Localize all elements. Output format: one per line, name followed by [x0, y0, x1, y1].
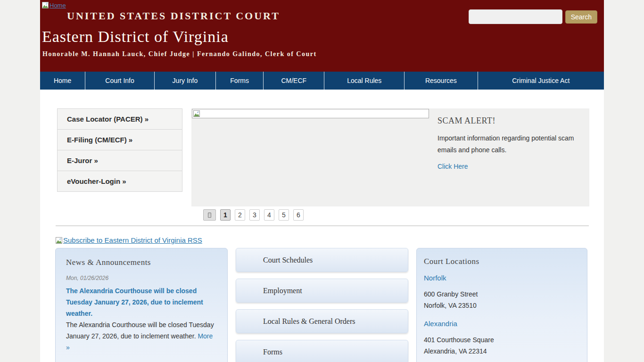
local-rules-general-orders-button[interactable]: Local Rules & General Orders [236, 309, 408, 333]
home-logo-link[interactable]: Home [42, 2, 66, 9]
nav-item-cmecf[interactable]: CM/ECF [264, 72, 324, 90]
carousel-page-button-6[interactable]: 6 [293, 209, 304, 221]
officials-line: Honorable M. Hannah Lauck, Chief Judge |… [42, 50, 604, 58]
nav-item-court-info[interactable]: Court Info [85, 72, 155, 90]
news-announcements-panel: News & Announcements Mon, 01/26/2026 The… [55, 248, 228, 362]
scam-alert-title: SCAM ALERT! [438, 116, 579, 126]
address-line-1: 401 Courthouse Square [424, 334, 578, 346]
top-row: Case Locator (PACER) » E-Filing (CM/ECF)… [55, 108, 589, 221]
site-header: Home UNITED STATES DISTRICT COURT Easter… [40, 0, 604, 72]
news-item-date: Mon, 01/26/2026 [66, 275, 217, 281]
news-item-headline-link[interactable]: The Alexandria Courthouse will be closed… [66, 285, 217, 319]
locations-panel-title: Court Locations [424, 257, 578, 266]
lower-columns: News & Announcements Mon, 01/26/2026 The… [55, 248, 589, 362]
center-buttons-column: Court Schedules Employment Local Rules &… [236, 248, 408, 362]
address-line-2: Norfolk, VA 23510 [424, 300, 578, 311]
carousel-page-button-2[interactable]: 2 [235, 209, 245, 221]
news-item-body: The Alexandria Courthouse will be closed… [66, 319, 217, 353]
missing-glyph-box-icon [208, 213, 211, 218]
page-container: Home UNITED STATES DISTRICT COURT Easter… [40, 0, 604, 362]
quick-link-evoucher[interactable]: eVoucher-Login » [58, 171, 182, 191]
scam-alert-block: SCAM ALERT! Important information regard… [438, 116, 579, 171]
nav-item-local-rules[interactable]: Local Rules [324, 72, 405, 90]
broken-image-icon [193, 110, 200, 117]
search-input[interactable] [469, 9, 562, 24]
nav-item-criminal-justice-act[interactable]: Criminal Justice Act [478, 72, 604, 90]
district-title: Eastern District of Virginia [42, 28, 604, 46]
main-nav: Home Court Info Jury Info Forms CM/ECF L… [40, 72, 604, 90]
carousel-page-button-1[interactable]: 1 [220, 209, 231, 221]
search-button[interactable]: Search [565, 10, 597, 24]
nav-item-jury-info[interactable]: Jury Info [155, 72, 216, 90]
news-panel-title: News & Announcements [66, 258, 217, 267]
nav-item-home[interactable]: Home [40, 72, 85, 90]
quick-link-case-locator[interactable]: Case Locator (PACER) » [58, 109, 182, 130]
nav-item-forms[interactable]: Forms [216, 72, 264, 90]
location-alexandria-address: 401 Courthouse Square Alexandria, VA 223… [424, 334, 578, 357]
forms-button[interactable]: Forms [236, 340, 408, 362]
carousel-broken-image[interactable] [192, 109, 429, 118]
address-line-1: 600 Granby Street [424, 288, 578, 300]
broken-image-icon [56, 237, 62, 244]
section-divider [56, 225, 589, 226]
carousel-pagination: 1 2 3 4 5 6 [191, 209, 589, 221]
home-link-label: Home [50, 2, 66, 9]
search-area: Search [469, 9, 597, 24]
content-area: Case Locator (PACER) » E-Filing (CM/ECF)… [40, 90, 604, 362]
carousel-page-button-4[interactable]: 4 [264, 209, 274, 221]
quick-link-efiling[interactable]: E-Filing (CM/ECF) » [58, 130, 182, 150]
carousel-pause-button[interactable] [203, 209, 216, 221]
carousel-column: SCAM ALERT! Important information regard… [191, 108, 589, 221]
rss-subscribe-link[interactable]: Subscribe to Eastern District of Virgini… [56, 236, 589, 244]
location-alexandria-link[interactable]: Alexandria [424, 320, 578, 328]
court-locations-panel: Court Locations Norfolk 600 Granby Stree… [416, 248, 587, 362]
carousel-page-button-5[interactable]: 5 [279, 209, 289, 221]
nav-item-resources[interactable]: Resources [405, 72, 478, 90]
scam-alert-body: Important information regarding potentia… [438, 132, 579, 156]
location-norfolk-link[interactable]: Norfolk [424, 274, 578, 282]
quick-links-menu: Case Locator (PACER) » E-Filing (CM/ECF)… [57, 108, 182, 192]
broken-image-icon [42, 2, 49, 8]
address-line-2: Alexandria, VA 22314 [424, 346, 578, 357]
news-item-body-text: The Alexandria Courthouse will be closed… [66, 321, 214, 340]
quick-link-ejuror[interactable]: E-Juror » [58, 150, 182, 171]
rss-link-label: Subscribe to Eastern District of Virgini… [63, 236, 202, 244]
carousel-page-button-3[interactable]: 3 [249, 209, 260, 221]
location-norfolk-address: 600 Granby Street Norfolk, VA 23510 [424, 288, 578, 311]
court-schedules-button[interactable]: Court Schedules [236, 248, 408, 272]
employment-button[interactable]: Employment [236, 279, 408, 303]
scam-alert-click-here-link[interactable]: Click Here [438, 163, 468, 170]
carousel-slide: SCAM ALERT! Important information regard… [191, 108, 589, 206]
